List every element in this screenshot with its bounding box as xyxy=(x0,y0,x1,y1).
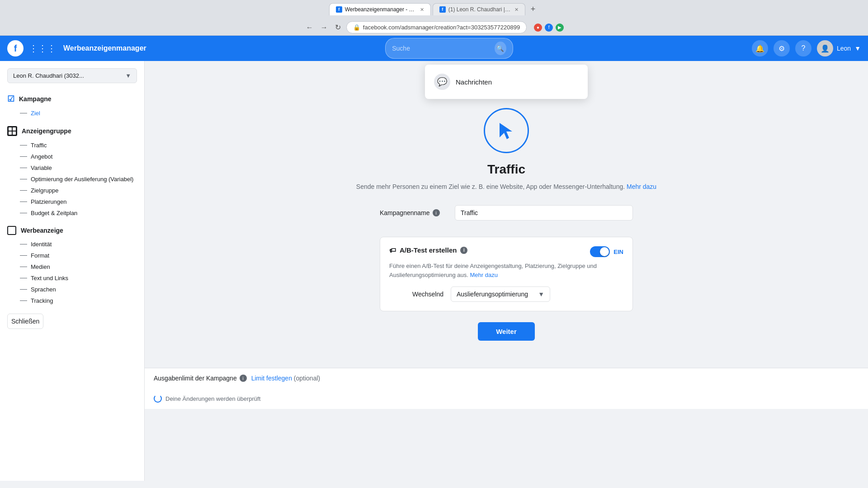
kampagnenname-input[interactable] xyxy=(455,205,633,221)
address-bar[interactable]: 🔒 facebook.com/adsmanager/creation?act=3… xyxy=(346,21,527,33)
traffic-description: Sende mehr Personen zu einem Ziel wie z.… xyxy=(356,182,656,192)
nachrichten-item[interactable]: 💬 Nachrichten xyxy=(425,68,588,95)
new-tab-button[interactable]: + xyxy=(527,3,539,16)
dropdown-caret-icon: ▼ xyxy=(538,291,544,298)
sidebar-item-medien[interactable]: Medien xyxy=(0,261,144,272)
sidebar-item-text-links[interactable]: Text und Links xyxy=(0,272,144,284)
sidebar-item-ziel[interactable]: Ziel xyxy=(0,108,144,119)
variable-label: Variable xyxy=(31,164,52,171)
text-links-label: Text und Links xyxy=(31,275,68,282)
sidebar-item-sprachen[interactable]: Sprachen xyxy=(0,284,144,295)
ab-mehr-dazu-link[interactable]: Mehr dazu xyxy=(470,272,498,278)
help-icon[interactable]: ? xyxy=(795,40,811,56)
sidebar-section-kampagne-header: ☑ Kampagne xyxy=(0,90,144,108)
account-button[interactable]: Leon R. Chaudhari (3032... ▼ xyxy=(7,68,137,83)
dropdown-value: Auslieferungsoptimierung xyxy=(457,291,528,298)
anzeigengruppe-label: Anzeigengruppe xyxy=(22,127,71,135)
facebook-logo: f xyxy=(7,40,24,56)
wechselnd-row: Wechselnd Auslieferungsoptimierung ▼ xyxy=(389,286,623,302)
werbeanzeige-ad-icon xyxy=(7,226,16,235)
sidebar-item-platzierungen[interactable]: Platzierungen xyxy=(0,196,144,207)
close-tab-icon[interactable]: ✕ xyxy=(420,7,424,13)
nachrichten-dropdown-area: 💬 Nachrichten xyxy=(145,61,868,94)
anzeigengruppe-grid-icon xyxy=(7,126,17,136)
sidebar-item-tracking[interactable]: Tracking xyxy=(0,295,144,306)
sidebar-item-identitaet[interactable]: Identität xyxy=(0,239,144,250)
sidebar-item-traffic[interactable]: Traffic xyxy=(0,140,144,151)
facebook-topbar: f ⋮⋮⋮ Werbeanzeigenmanager 🔍 🔔 ⚙ ? 👤 Leo… xyxy=(0,36,868,61)
limit-festlegen-link[interactable]: Limit festlegen (optional) xyxy=(251,375,321,382)
ab-test-info-icon[interactable]: i xyxy=(460,247,467,254)
tracking-label: Tracking xyxy=(31,297,53,304)
sub-line-icon xyxy=(20,113,27,113)
search-input[interactable] xyxy=(392,45,491,52)
traffic-nav-label: Traffic xyxy=(31,142,47,149)
kampagne-check-icon: ☑ xyxy=(7,94,14,104)
traffic-title: Traffic xyxy=(487,162,525,177)
sidebar-item-budget[interactable]: Budget & Zeitplan xyxy=(0,207,144,219)
status-row: Deine Änderungen werden überprüft xyxy=(154,394,260,403)
kampagnenname-label: Kampagnenname i xyxy=(380,209,448,216)
account-label: Leon R. Chaudhari (3032... xyxy=(13,72,84,79)
optimierung-label: Optimierung der Auslieferung (Variabel) xyxy=(31,176,133,183)
identitaet-label: Identität xyxy=(31,241,52,248)
sidebar-item-format[interactable]: Format xyxy=(0,250,144,261)
notifications-icon[interactable]: 🔔 xyxy=(752,40,768,56)
nachrichten-icon: 💬 xyxy=(434,74,450,90)
werbeanzeige-label: Werbeanzeige xyxy=(21,227,63,234)
sub-line-icon xyxy=(20,213,27,213)
search-bar[interactable]: 🔍 xyxy=(385,38,513,59)
account-chevron-icon: ▼ xyxy=(125,72,131,79)
browser-tab-active[interactable]: f Werbeanzeigenmanager - Cr... ✕ xyxy=(329,3,431,15)
user-name: Leon xyxy=(837,45,851,52)
sub-line-icon xyxy=(20,145,27,145)
status-spinner-icon xyxy=(154,394,162,403)
browser-tab-1[interactable]: f (1) Leon R. Chaudhari | Face... ✕ xyxy=(433,3,525,15)
kampagnenname-section: Kampagnenname i xyxy=(380,205,633,228)
url-display: facebook.com/adsmanager/creation?act=303… xyxy=(363,24,520,31)
sub-line-icon xyxy=(20,255,27,256)
sidebar-section-anzeigengruppe: Anzeigengruppe Traffic Angebot Variable … xyxy=(0,122,144,219)
extension-icon-1: ● xyxy=(534,23,542,32)
platzierungen-label: Platzierungen xyxy=(31,198,67,205)
ausgabenlimit-label: Ausgabenlimit der Kampagne i xyxy=(154,375,247,382)
sub-line-icon xyxy=(20,278,27,278)
ab-test-title: 🏷 A/B-Test erstellen i xyxy=(389,246,467,254)
avatar: 👤 xyxy=(817,40,833,56)
auslieferungsoptimierung-dropdown[interactable]: Auslieferungsoptimierung ▼ xyxy=(451,286,550,302)
sidebar-item-optimierung[interactable]: Optimierung der Auslieferung (Variabel) xyxy=(0,174,144,185)
close-tab-1-icon[interactable]: ✕ xyxy=(514,7,519,13)
sub-line-icon xyxy=(20,168,27,168)
ausgabenlimit-row: Ausgabenlimit der Kampagne i Limit festl… xyxy=(154,375,320,382)
ab-test-icon: 🏷 xyxy=(389,246,396,254)
sidebar-item-angebot[interactable]: Angebot xyxy=(0,151,144,162)
budget-label: Budget & Zeitplan xyxy=(31,210,77,216)
traffic-icon-container xyxy=(484,108,529,153)
sub-line-icon xyxy=(20,300,27,301)
sidebar-item-zielgruppe[interactable]: Zielgruppe xyxy=(0,185,144,196)
extension-icon-3: ▶ xyxy=(556,23,564,32)
sidebar-item-variable[interactable]: Variable xyxy=(0,162,144,174)
sub-line-icon xyxy=(20,190,27,191)
tab-label-1: (1) Leon R. Chaudhari | Face... xyxy=(448,6,512,13)
refresh-button[interactable]: ↻ xyxy=(333,21,343,33)
sidebar-section-werbeanzeige-header: Werbeanzeige xyxy=(0,222,144,239)
sub-line-icon xyxy=(20,179,27,179)
wechselnd-label: Wechselnd xyxy=(389,291,443,298)
grid-icon: ⋮⋮⋮ xyxy=(29,43,56,54)
content-area: 💬 Nachrichten Traffic Sende mehr Persone… xyxy=(145,61,868,481)
ausgabenlimit-info-icon[interactable]: i xyxy=(240,375,247,382)
user-menu[interactable]: 👤 Leon ▼ xyxy=(817,40,861,56)
search-button[interactable]: 🔍 xyxy=(495,42,506,55)
settings-icon[interactable]: ⚙ xyxy=(774,40,790,56)
back-button[interactable]: ← xyxy=(304,22,315,33)
extension-icon-2: f xyxy=(545,23,553,32)
schliessen-button[interactable]: Schließen xyxy=(7,314,43,329)
mehr-dazu-link-1[interactable]: Mehr dazu xyxy=(627,183,656,190)
weiter-button[interactable]: Weiter xyxy=(478,322,535,341)
medien-label: Medien xyxy=(31,263,50,270)
kampagnenname-info-icon[interactable]: i xyxy=(433,209,440,216)
forward-button[interactable]: → xyxy=(319,22,330,33)
ab-toggle[interactable] xyxy=(590,246,610,257)
user-chevron-icon: ▼ xyxy=(854,45,861,52)
